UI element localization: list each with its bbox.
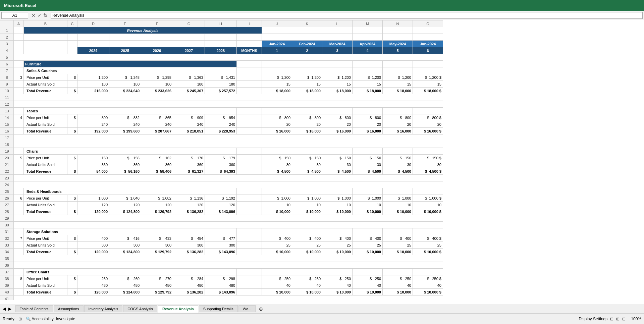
row-9-header: 9	[0, 81, 14, 88]
col-M-header: M	[353, 20, 383, 27]
table-row: 33 Actual Units Sold 300 300 300 300 300…	[0, 242, 443, 249]
beds-munits-3: 10	[322, 202, 353, 208]
chairs-mprice-4: $ 150	[353, 155, 383, 161]
cell-M1[interactable]	[353, 27, 383, 34]
sofas-rev-2024: 216,000	[77, 88, 109, 94]
chairs-price-2027: $ 170	[173, 155, 205, 161]
row-id-5: 5	[14, 155, 24, 161]
col-D-header: D	[77, 20, 109, 27]
cell-reference[interactable]	[1, 12, 28, 19]
storage-munits-4: 25	[353, 242, 383, 249]
table-row: 26 6 Price per Unit $ 1,000 $ 1,040 $ 1,…	[0, 195, 443, 202]
row-31-header: 31	[0, 228, 14, 235]
row-39-header: 39	[0, 282, 14, 289]
office-munits-3: 40	[322, 282, 353, 289]
actual-units-chairs-label: Actual Units Sold	[24, 161, 67, 168]
cell-K1[interactable]	[292, 27, 322, 34]
office-rev-2028: $ 143,096	[205, 289, 237, 295]
beds-rev-2026: $ 129,792	[141, 208, 173, 215]
row-2-header: 2	[0, 34, 14, 41]
table-row: 14 4 Price per Unit $ 800 $ 832 $ 865 $ …	[0, 114, 443, 121]
dollar-sofas-2028: $ 1,431	[205, 74, 237, 81]
beds-price-2028: $ 1,192	[205, 195, 237, 202]
storage-mrev-4: $ 10,000	[353, 249, 383, 255]
office-units-2027: 480	[173, 282, 205, 289]
beds-units-2025: 120	[109, 202, 141, 208]
beds-price-2026: $ 1,082	[141, 195, 173, 202]
storage-mprice-3: $ 400	[322, 235, 353, 242]
storage-munits-5: 25	[383, 242, 413, 249]
year-2025-header: 2025	[109, 47, 141, 54]
beds-rev-2028: $ 143,096	[205, 208, 237, 215]
office-mrev-1: $ 10,000	[262, 289, 292, 295]
office-rev-2027: $ 136,282	[173, 289, 205, 295]
beds-munits-1: 10	[262, 202, 292, 208]
col-G-header: G	[173, 20, 205, 27]
tables-rev-2026: $ 207,667	[141, 128, 173, 134]
dollar-sofas-2027: $ 1,363	[173, 74, 205, 81]
cell-A1[interactable]	[14, 27, 24, 34]
chairs-price-2026: $ 162	[141, 155, 173, 161]
cell-O1[interactable]	[413, 27, 443, 34]
tables-munits-6: 20	[413, 121, 443, 128]
chairs-rev-2027: $ 61,327	[173, 168, 205, 175]
office-munits-6: 40	[413, 282, 443, 289]
tables-munits-3: 20	[322, 121, 353, 128]
spreadsheet-grid[interactable]: A B C D E F G H I J K L M N O 1	[0, 20, 644, 300]
total-rev-beds-label: Total Revenue	[24, 208, 67, 215]
beds-munits-2: 10	[292, 202, 322, 208]
row-29-header: 29	[0, 215, 14, 222]
cell-J1[interactable]	[262, 27, 292, 34]
sofas-munits-4: 15	[353, 81, 383, 88]
tables-munits-1: 20	[262, 121, 292, 128]
table-row: 37 Office Chairs	[0, 269, 443, 275]
table-row: 8 3 Price per Unit $ 1,200 $ 1,248 $ 1,2…	[0, 74, 443, 81]
beds-mrev-4: $ 10,000	[353, 208, 383, 215]
office-units-2024: 480	[77, 282, 109, 289]
table-row: 27 Actual Units Sold 120 120 120 120 120…	[0, 202, 443, 208]
function-icon[interactable]: fx	[44, 13, 47, 18]
cancel-icon[interactable]: ✕	[32, 13, 36, 18]
chairs-units-2028: 360	[205, 161, 237, 168]
office-price-2024: 250	[77, 275, 109, 282]
dollar-sofas-2026: $ 1,298	[141, 74, 173, 81]
sofas-units-2026: 180	[141, 81, 173, 88]
storage-mrev-6: $ 10,000 $	[413, 249, 443, 255]
sofas-munits-3: 15	[322, 81, 353, 88]
beds-munits-5: 10	[383, 202, 413, 208]
confirm-icon[interactable]: ✓	[38, 13, 42, 18]
storage-rev-2027: $ 136,282	[173, 249, 205, 255]
sofas-munits-1: 15	[262, 81, 292, 88]
table-row: 1 Revenue Analysis	[0, 27, 443, 34]
tables-munits-5: 20	[383, 121, 413, 128]
month-4-header: 4	[353, 47, 383, 54]
row-26-header: 26	[0, 195, 14, 202]
beds-units-2027: 120	[173, 202, 205, 208]
cell-L1[interactable]	[322, 27, 353, 34]
tables-rev-2028: $ 228,953	[205, 128, 237, 134]
storage-mprice-2: $ 400	[292, 235, 322, 242]
chairs-units-2024: 360	[77, 161, 109, 168]
month-feb-header: Feb-2024	[292, 41, 322, 47]
sofas-mprice-2: $ 1,200	[292, 74, 322, 81]
chairs-rev-2025: $ 56,160	[109, 168, 141, 175]
storage-units-2027: 300	[173, 242, 205, 249]
beds-mrev-1: $ 10,000	[262, 208, 292, 215]
cell-N1[interactable]	[383, 27, 413, 34]
office-mprice-5: $ 250	[383, 275, 413, 282]
chairs-units-2027: 360	[173, 161, 205, 168]
formula-input[interactable]	[51, 12, 643, 19]
office-mrev-5: $ 10,000	[383, 289, 413, 295]
table-row: 24	[0, 181, 443, 188]
chairs-mprice-2: $ 150	[292, 155, 322, 161]
actual-units-sofas-label: Actual Units Sold	[24, 81, 67, 88]
total-rev-tables-label: Total Revenue	[24, 128, 67, 134]
sofas-mprice-1: $ 1,200	[262, 74, 292, 81]
storage-rev-2025: $ 124,800	[109, 249, 141, 255]
chairs-munits-3: 30	[322, 161, 353, 168]
chairs-price-2024: 150	[77, 155, 109, 161]
sofas-mrev-3: $ 18,000	[322, 88, 353, 94]
chairs-price-2025: $ 156	[109, 155, 141, 161]
storage-rev-2026: $ 129,792	[141, 249, 173, 255]
month-apr-header: Apr-2024	[353, 41, 383, 47]
